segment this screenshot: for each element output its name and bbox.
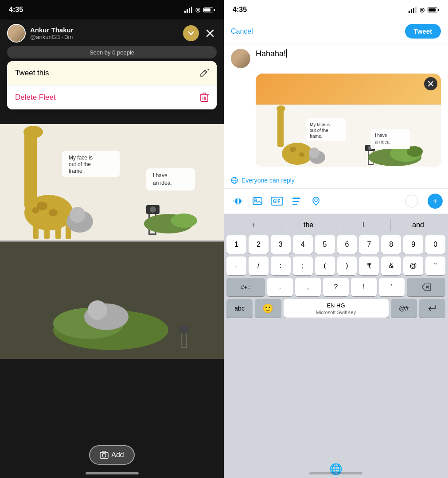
key-slash[interactable]: / bbox=[249, 256, 269, 275]
key-ampersand[interactable]: & bbox=[381, 256, 401, 275]
left-wifi-icon: ⊗ bbox=[195, 6, 201, 14]
svg-rect-78 bbox=[236, 198, 237, 204]
key-comma[interactable]: , bbox=[295, 278, 321, 296]
svg-rect-83 bbox=[253, 198, 262, 205]
svg-rect-41 bbox=[203, 93, 206, 95]
user-name: Ankur Thakur bbox=[30, 26, 74, 34]
tweet-this-button[interactable]: Tweet this bbox=[7, 61, 217, 85]
svg-rect-81 bbox=[240, 199, 241, 203]
tweet-pen-icon bbox=[199, 68, 209, 78]
svg-rect-82 bbox=[242, 200, 242, 202]
audio-toolbar-button[interactable] bbox=[229, 192, 247, 210]
fleet-overlay: Ankur Thakur @ankuriGB · 3m bbox=[0, 19, 224, 114]
tweet-button[interactable]: Tweet bbox=[405, 24, 441, 39]
cursor bbox=[286, 49, 287, 58]
key-6[interactable]: 6 bbox=[337, 235, 357, 254]
backspace-key[interactable] bbox=[407, 278, 445, 296]
svg-text:frame.: frame. bbox=[69, 168, 84, 174]
keyboard-app-label: Microsoft SwiftKey bbox=[316, 310, 356, 315]
key-apostrophe[interactable]: ' bbox=[379, 278, 405, 296]
svg-rect-49 bbox=[277, 107, 284, 147]
suggestion-plus[interactable]: + bbox=[226, 219, 281, 231]
image-toolbar-button[interactable] bbox=[249, 192, 266, 210]
key-3[interactable]: 3 bbox=[271, 235, 291, 254]
key-5[interactable]: 5 bbox=[315, 235, 335, 254]
delete-fleet-button[interactable]: Delete Fleet bbox=[7, 85, 217, 109]
avatar bbox=[7, 24, 26, 43]
waveform-icon bbox=[233, 196, 243, 206]
gif-toolbar-button[interactable]: GIF bbox=[268, 192, 286, 210]
svg-point-17 bbox=[150, 206, 156, 213]
suggestion-and[interactable]: and bbox=[391, 219, 445, 231]
key-0[interactable]: 0 bbox=[425, 235, 445, 254]
panel-divider bbox=[0, 241, 224, 242]
key-7[interactable]: 7 bbox=[359, 235, 379, 254]
suggestion-the[interactable]: the bbox=[281, 219, 336, 231]
key-colon[interactable]: : bbox=[271, 256, 291, 275]
key-dash[interactable]: - bbox=[226, 256, 246, 275]
add-label: Add bbox=[111, 451, 124, 459]
key-period[interactable]: . bbox=[267, 278, 293, 296]
key-2[interactable]: 2 bbox=[249, 235, 269, 254]
backspace-icon bbox=[422, 284, 431, 291]
key-abc[interactable]: abc bbox=[226, 299, 253, 318]
svg-text:out of the: out of the bbox=[310, 128, 328, 133]
thread-toolbar-button[interactable] bbox=[288, 192, 305, 210]
key-9[interactable]: 9 bbox=[403, 235, 423, 254]
add-button[interactable]: Add bbox=[89, 445, 134, 465]
cancel-button[interactable]: Cancel bbox=[231, 27, 253, 35]
key-return[interactable] bbox=[419, 299, 445, 318]
composer-avatar bbox=[231, 49, 250, 68]
delete-fleet-label: Delete Fleet bbox=[15, 93, 56, 102]
key-quote[interactable]: " bbox=[425, 256, 445, 275]
attached-comic: My face is out of the frame. I have an i… bbox=[256, 105, 441, 167]
right-home-indicator bbox=[309, 472, 362, 474]
key-close-paren[interactable]: ) bbox=[337, 256, 357, 275]
svg-rect-1 bbox=[24, 128, 37, 208]
svg-rect-58 bbox=[368, 164, 374, 165]
suggestion-l[interactable]: l bbox=[336, 219, 391, 231]
close-icon bbox=[428, 81, 434, 87]
right-time: 4:35 bbox=[233, 6, 247, 14]
key-at-hash[interactable]: @# bbox=[391, 299, 417, 318]
attached-image: My face is out of the frame. I have an i… bbox=[256, 74, 441, 167]
key-exclamation[interactable]: ! bbox=[351, 278, 377, 296]
svg-text:frame.: frame. bbox=[310, 134, 322, 139]
left-signal-icon bbox=[184, 7, 192, 13]
tweet-header: Cancel Tweet bbox=[224, 19, 448, 43]
key-hash-plus-equals[interactable]: #+= bbox=[226, 278, 265, 296]
svg-text:My face is: My face is bbox=[310, 122, 330, 127]
key-semicolon[interactable]: ; bbox=[293, 256, 313, 275]
location-toolbar-button[interactable] bbox=[307, 192, 325, 210]
svg-rect-77 bbox=[235, 199, 236, 203]
close-attachment-button[interactable] bbox=[424, 77, 437, 90]
svg-point-52 bbox=[290, 147, 296, 152]
key-4[interactable]: 4 bbox=[293, 235, 313, 254]
svg-rect-15 bbox=[148, 233, 156, 235]
numbers-row: 1 2 3 4 5 6 7 8 9 0 bbox=[226, 235, 445, 254]
composer-text: Hahaha! bbox=[256, 49, 286, 58]
key-rupee[interactable]: ₹ bbox=[359, 256, 379, 275]
key-8[interactable]: 8 bbox=[381, 235, 401, 254]
composer-text-area[interactable]: Hahaha! bbox=[256, 49, 441, 68]
key-at[interactable]: @ bbox=[403, 256, 423, 275]
symbols-row-2: #+= . , ? ! ' bbox=[226, 278, 445, 296]
key-space[interactable]: EN HG Microsoft SwiftKey bbox=[284, 299, 389, 318]
chevron-down-button[interactable] bbox=[183, 25, 199, 41]
key-emoji[interactable]: 🙂 bbox=[255, 299, 281, 318]
left-battery-icon bbox=[203, 8, 215, 12]
key-question[interactable]: ? bbox=[323, 278, 349, 296]
svg-point-50 bbox=[277, 105, 285, 112]
user-info: Ankur Thakur @ankuriGB · 3m bbox=[7, 24, 74, 43]
svg-point-2 bbox=[23, 126, 43, 138]
svg-rect-35 bbox=[179, 326, 189, 333]
close-fleet-button[interactable] bbox=[203, 27, 217, 40]
keyboard-suggestions: + the l and bbox=[226, 218, 445, 233]
add-tweet-button[interactable]: + bbox=[428, 194, 443, 209]
reply-setting[interactable]: Everyone can reply bbox=[224, 172, 448, 189]
key-open-paren[interactable]: ( bbox=[315, 256, 335, 275]
key-1[interactable]: 1 bbox=[226, 235, 246, 254]
tweet-this-label: Tweet this bbox=[15, 69, 49, 78]
svg-rect-80 bbox=[239, 198, 240, 204]
symbols-row-1: - / : ; ( ) ₹ & @ " bbox=[226, 256, 445, 275]
